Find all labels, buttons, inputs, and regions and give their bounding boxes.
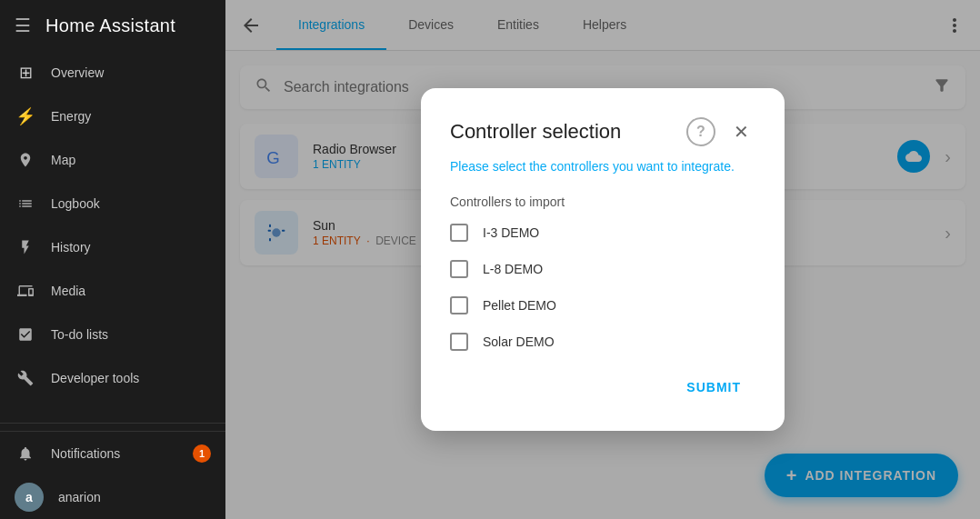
sidebar-item-label: Overview [51, 65, 104, 80]
sidebar-nav: ⊞ Overview ⚡ Energy Map Logbook History [0, 51, 225, 415]
sidebar-item-history[interactable]: History [0, 225, 225, 269]
controller-checkbox-pellet[interactable] [450, 296, 468, 314]
controller-label-solar: Solar DEMO [483, 334, 555, 349]
sidebar-item-label: History [51, 240, 91, 255]
sidebar-item-label: Media [51, 284, 85, 298]
modal-overlay[interactable]: Controller selection ? ✕ Please select t… [225, 0, 980, 519]
sidebar-header: ☰ Home Assistant [0, 0, 225, 51]
controller-item-pellet: Pellet DEMO [450, 296, 755, 314]
sidebar-item-label: Developer tools [51, 371, 139, 385]
map-icon [15, 149, 36, 171]
sidebar-item-overview[interactable]: ⊞ Overview [0, 51, 225, 95]
modal-description: Please select the controllers you want t… [450, 157, 755, 176]
sidebar-item-todo[interactable]: To-do lists [0, 313, 225, 356]
sidebar-item-label: To-do lists [51, 327, 108, 342]
media-icon [15, 280, 36, 302]
submit-button[interactable]: SUBMIT [672, 373, 755, 402]
sidebar-item-energy[interactable]: ⚡ Energy [0, 95, 225, 138]
sidebar-item-notifications[interactable]: Notifications 1 [0, 432, 225, 475]
sidebar-item-label: Energy [51, 109, 91, 124]
main-content: Integrations Devices Entities Helpers [225, 0, 980, 519]
sidebar-item-map[interactable]: Map [0, 138, 225, 182]
modal-close-button[interactable]: ✕ [726, 117, 755, 146]
sidebar: ☰ Home Assistant ⊞ Overview ⚡ Energy Map… [0, 0, 225, 519]
controller-label-pellet: Pellet DEMO [483, 298, 556, 313]
sidebar-item-user[interactable]: a anarion [0, 475, 225, 519]
sidebar-item-label: Map [51, 153, 75, 167]
modal-description-link: integrate. [681, 159, 734, 174]
modal-section-title: Controllers to import [450, 195, 755, 209]
overview-icon: ⊞ [15, 62, 36, 84]
avatar: a [15, 483, 44, 512]
notifications-icon [15, 443, 36, 464]
menu-icon[interactable]: ☰ [15, 15, 31, 36]
controller-item-solar: Solar DEMO [450, 333, 755, 351]
sidebar-item-label: Logbook [51, 196, 100, 211]
modal-title: Controller selection [450, 120, 675, 144]
sidebar-item-media[interactable]: Media [0, 269, 225, 313]
notifications-badge: 1 [193, 444, 211, 463]
controller-checkbox-l8[interactable] [450, 260, 468, 278]
notifications-label: Notifications [51, 446, 120, 461]
controller-checkbox-solar[interactable] [450, 333, 468, 351]
controller-label-l8: L-8 DEMO [483, 262, 543, 276]
controller-item-l8: L-8 DEMO [450, 260, 755, 278]
controller-label-i3: I-3 DEMO [483, 225, 539, 240]
controller-selection-modal: Controller selection ? ✕ Please select t… [421, 88, 785, 431]
modal-help-button[interactable]: ? [686, 117, 715, 146]
sidebar-item-devtools[interactable]: Developer tools [0, 356, 225, 400]
energy-icon: ⚡ [15, 105, 36, 127]
sidebar-item-logbook[interactable]: Logbook [0, 182, 225, 225]
devtools-icon [15, 367, 36, 389]
controller-checkbox-i3[interactable] [450, 224, 468, 242]
history-icon [15, 236, 36, 258]
modal-footer: SUBMIT [450, 373, 755, 402]
sidebar-bottom: Notifications 1 a anarion [0, 431, 225, 519]
logbook-icon [15, 193, 36, 215]
username-label: anarion [58, 490, 101, 504]
todo-icon [15, 324, 36, 345]
modal-header: Controller selection ? ✕ [450, 117, 755, 146]
controller-item-i3: I-3 DEMO [450, 224, 755, 242]
app-title: Home Assistant [45, 15, 175, 36]
